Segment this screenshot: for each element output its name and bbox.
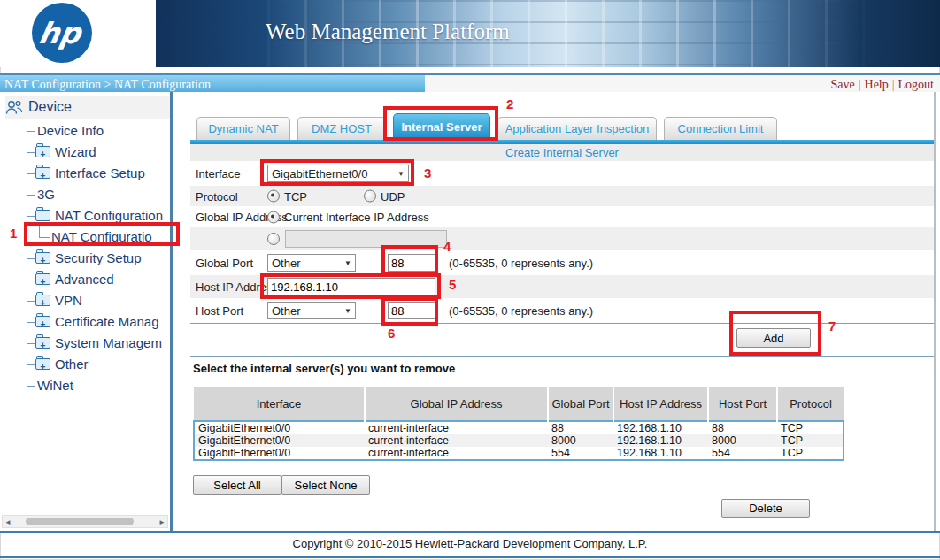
sidebar-item-label: VPN bbox=[55, 290, 82, 311]
remove-instruction: Select the internal server(s) you want t… bbox=[193, 362, 455, 375]
folder-open-icon[interactable] bbox=[35, 210, 50, 221]
host-ip-label: Host IP Address bbox=[196, 280, 278, 294]
hp-logo-text: hp bbox=[35, 16, 88, 50]
global-port-hint: (0-65535, 0 represents any.) bbox=[449, 257, 593, 270]
table-cell: GigabitEthernet0/0 bbox=[194, 447, 365, 460]
host-port-mode-value: Other bbox=[272, 304, 301, 318]
column-header-host-ip-address: Host IP Address bbox=[613, 387, 708, 421]
global-ip-row: Global IP Address Current Interface IP A… bbox=[190, 206, 934, 227]
global-port-input[interactable] bbox=[388, 254, 436, 272]
table-cell: 8000 bbox=[548, 434, 613, 447]
save-link[interactable]: Save bbox=[830, 78, 854, 91]
hp-web-management-page: hp Web Management Platform NAT Configura… bbox=[0, 0, 940, 560]
table-cell: current-interface bbox=[365, 447, 548, 460]
table-row[interactable]: GigabitEthernet0/0current-interface80001… bbox=[194, 434, 844, 447]
select-none-button[interactable]: Select None bbox=[281, 475, 370, 495]
protocol-label: Protocol bbox=[196, 189, 238, 203]
sidebar-item-label: Wizard bbox=[55, 142, 96, 163]
content-right-border bbox=[934, 92, 936, 531]
bottom-divider bbox=[0, 556, 940, 558]
table-cell: 88 bbox=[708, 421, 777, 434]
host-port-input[interactable] bbox=[388, 302, 436, 319]
sidebar-item-certificate-manag[interactable]: Certificate Manag bbox=[0, 311, 170, 333]
logout-link[interactable]: Logout bbox=[898, 78, 934, 91]
global-port-label: Global Port bbox=[196, 257, 253, 270]
sidebar-item-label: NAT Configuration bbox=[55, 205, 163, 226]
folder-closed-icon[interactable] bbox=[35, 316, 50, 327]
folder-closed-icon[interactable] bbox=[35, 358, 50, 370]
folder-closed-icon[interactable] bbox=[35, 146, 50, 157]
form-title: Create Internal Server bbox=[190, 144, 934, 161]
sidebar-horizontal-scrollbar[interactable]: ◄ ► bbox=[2, 515, 168, 528]
folder-closed-icon[interactable] bbox=[35, 337, 50, 349]
global-port-mode-select[interactable]: Other ▼ bbox=[267, 254, 356, 272]
app-title: Web Management Platform bbox=[266, 19, 510, 44]
table-cell: 88 bbox=[548, 421, 613, 434]
breadcrumb-text: NAT Configuration > NAT Configuration bbox=[4, 78, 211, 91]
sidebar-root-device[interactable]: Device bbox=[5, 96, 170, 119]
host-port-hint: (0-65535, 0 represents any.) bbox=[449, 304, 593, 318]
protocol-udp-radio[interactable] bbox=[364, 190, 376, 203]
scroll-right-icon[interactable]: ► bbox=[158, 518, 166, 527]
tab-dynamic-nat[interactable]: Dynamic NAT bbox=[196, 117, 290, 140]
host-port-mode-select[interactable]: Other ▼ bbox=[267, 302, 356, 319]
sidebar-item-nat-configuratio[interactable]: NAT Configuratio bbox=[0, 226, 170, 248]
sidebar-item-label: Advanced bbox=[55, 269, 114, 290]
sidebar-item-other[interactable]: Other bbox=[0, 354, 170, 375]
interface-row: Interface GigabitEthernet0/0 ▼ bbox=[190, 161, 934, 186]
column-header-interface: Interface bbox=[194, 387, 365, 421]
scrollbar-thumb[interactable] bbox=[26, 518, 134, 525]
table-row[interactable]: GigabitEthernet0/0current-interface88192… bbox=[194, 421, 844, 434]
table-cell: TCP bbox=[777, 421, 844, 434]
delete-button[interactable]: Delete bbox=[721, 499, 810, 518]
sidebar-item-wizard[interactable]: Wizard bbox=[0, 142, 170, 163]
table-cell: 554 bbox=[708, 447, 777, 460]
table-row[interactable]: GigabitEthernet0/0current-interface55419… bbox=[194, 447, 844, 460]
sidebar-item-vpn[interactable]: VPN bbox=[0, 290, 170, 311]
sidebar-item-label: Device Info bbox=[37, 120, 104, 142]
table-cell: GigabitEthernet0/0 bbox=[194, 421, 365, 434]
folder-closed-icon[interactable] bbox=[35, 295, 50, 306]
sidebar-item-3g[interactable]: 3G bbox=[0, 184, 170, 205]
table-cell: 8000 bbox=[708, 434, 777, 447]
add-button[interactable]: Add bbox=[736, 328, 811, 348]
column-header-global-port: Global Port bbox=[548, 387, 613, 421]
help-link[interactable]: Help bbox=[865, 78, 889, 91]
scroll-left-icon[interactable]: ◄ bbox=[4, 518, 12, 527]
global-ip-current-radio[interactable] bbox=[267, 211, 280, 223]
folder-closed-icon[interactable] bbox=[35, 273, 50, 285]
sidebar-item-label: 3G bbox=[37, 184, 55, 205]
column-header-global-ip-address: Global IP Address bbox=[365, 387, 548, 421]
copyright: Copyright © 2010-2015 Hewlett-Packard De… bbox=[0, 537, 940, 550]
select-all-button[interactable]: Select All bbox=[193, 475, 281, 495]
sidebar-item-nat-configuration[interactable]: NAT Configuration bbox=[0, 205, 170, 226]
sidebar-item-advanced[interactable]: Advanced bbox=[0, 269, 170, 290]
folder-closed-icon[interactable] bbox=[35, 167, 50, 179]
tab-dmz-host[interactable]: DMZ HOST bbox=[297, 117, 386, 140]
interface-select[interactable]: GigabitEthernet0/0 ▼ bbox=[267, 165, 409, 182]
sidebar-item-security-setup[interactable]: Security Setup bbox=[0, 248, 170, 269]
sidebar-item-device-info[interactable]: Device Info bbox=[0, 120, 170, 142]
sidebar-item-label: Security Setup bbox=[55, 248, 142, 269]
internal-server-table: InterfaceGlobal IP AddressGlobal PortHos… bbox=[193, 387, 844, 461]
host-ip-input[interactable] bbox=[267, 278, 435, 295]
interface-label: Interface bbox=[196, 167, 241, 180]
table-cell: TCP bbox=[777, 447, 844, 460]
folder-closed-icon[interactable] bbox=[35, 252, 50, 264]
global-ip-manual-row bbox=[190, 227, 934, 250]
tab-application-layer-inspection[interactable]: Application Layer Inspection bbox=[497, 117, 657, 140]
tab-bar: Dynamic NATDMZ HOSTInternal ServerApplic… bbox=[196, 113, 777, 140]
tab-internal-server[interactable]: Internal Server bbox=[393, 113, 490, 140]
sidebar-item-interface-setup[interactable]: Interface Setup bbox=[0, 163, 170, 184]
global-ip-manual-input[interactable] bbox=[285, 230, 447, 248]
host-ip-row: Host IP Address bbox=[190, 275, 934, 298]
tab-connection-limit[interactable]: Connection Limit bbox=[664, 117, 777, 140]
selection-buttons: Select All Select None bbox=[193, 475, 370, 495]
global-port-mode-value: Other bbox=[272, 257, 301, 270]
protocol-tcp-radio[interactable] bbox=[267, 190, 280, 203]
sidebar-item-label: Other bbox=[55, 354, 89, 375]
sidebar-item-winet[interactable]: WiNet bbox=[0, 375, 170, 396]
global-ip-manual-radio[interactable] bbox=[267, 233, 280, 245]
sidebar-item-system-managem[interactable]: System Managem bbox=[0, 333, 170, 354]
banner: Web Management Platform bbox=[156, 0, 940, 67]
